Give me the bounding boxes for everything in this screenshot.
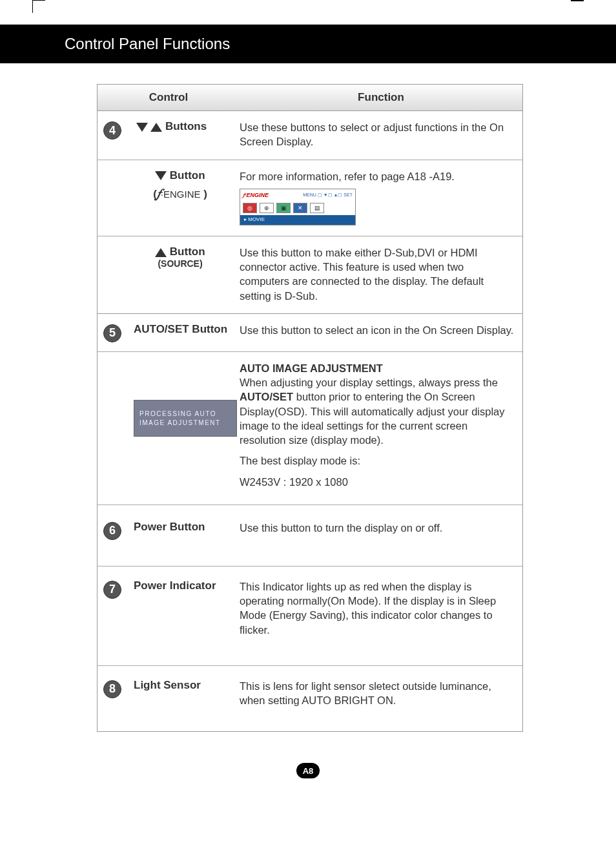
func-4a: Use these buttons to select or adjust fu…	[240, 120, 516, 149]
osd-mini-icon: ▤	[310, 203, 324, 213]
row-4c: Button (SOURCE) Use this button to make …	[98, 236, 522, 314]
ctrl-4b-engine: ENGINE	[163, 189, 201, 200]
best-mode-value: W2453V : 1920 x 1080	[240, 475, 516, 489]
triangle-down-icon	[136, 123, 148, 132]
osd-processing-preview: PROCESSING AUTO IMAGE ADJUSTMENT	[134, 400, 237, 437]
osd-mini-icon: ✕	[293, 203, 307, 213]
triangle-up-icon	[155, 248, 167, 257]
best-mode-label: The best display mode is:	[240, 453, 516, 468]
auto-adjust-title: AUTO IMAGE ADJUSTMENT	[240, 361, 516, 375]
fengine-osd-menu: MENU ▢ ▼▢ ▲▢ SET	[303, 192, 353, 198]
ctrl-6-label: Power Button	[134, 521, 205, 533]
page-title: Control Panel Functions	[0, 25, 616, 63]
osd-mini-icon: ▣	[276, 203, 291, 213]
row-8: 8 Light Sensor This is lens for light se…	[98, 666, 522, 731]
func-4c: Use this button to make either D-Sub,DVI…	[240, 245, 516, 303]
auto-adjust-text: When adjusting your display settings, al…	[240, 375, 516, 447]
fengine-osd-preview: 𝑓·ENGINE MENU ▢ ▼▢ ▲▢ SET ◎ ⊕ ▣ ✕ ▤ MOVI…	[240, 189, 356, 225]
osd-mini-icon: ⊕	[260, 203, 274, 213]
func-7: This Indicator lights up as red when the…	[240, 579, 516, 637]
func-4b: For more information, refer to page A18 …	[240, 169, 516, 183]
triangle-up-icon	[150, 123, 162, 132]
badge-4: 4	[103, 121, 121, 140]
functions-table: Control Function 4 Buttons Use these but…	[97, 84, 523, 732]
func-8: This is lens for light sensor sletect ou…	[240, 679, 516, 708]
ctrl-4b-label: Button	[170, 169, 205, 182]
func-5: Use this button to select an icon in the…	[240, 323, 516, 342]
badge-6: 6	[103, 522, 121, 540]
badge-7: 7	[103, 581, 121, 599]
ctrl-4b-sub-suffix: )	[200, 188, 207, 200]
func-6: Use this button to turn the display on o…	[240, 521, 516, 540]
row-6: 6 Power Button Use this button to turn t…	[98, 505, 522, 567]
ctrl-4c-sub: (SOURCE)	[127, 258, 233, 269]
ctrl-5-label: AUTO/SET Button	[134, 323, 233, 336]
osd-line2: IMAGE ADJUSTMENT	[139, 419, 231, 426]
table-header: Control Function	[98, 85, 522, 111]
row-4b: Button (𝑓·ENGINE ) For more information,…	[98, 160, 522, 236]
page-number: A8	[296, 763, 320, 778]
header-control: Control	[98, 85, 240, 110]
fengine-osd-movie: MOVIE	[240, 215, 355, 225]
osd-line1: PROCESSING AUTO	[139, 410, 231, 417]
fengine-osd-label: 𝑓·ENGINE	[243, 191, 269, 199]
ctrl-8-label: Light Sensor	[134, 679, 201, 691]
row-7: 7 Power Indicator This Indicator lights …	[98, 567, 522, 666]
osd-mini-icon: ◎	[243, 203, 257, 213]
badge-8: 8	[103, 680, 121, 698]
triangle-down-icon	[155, 171, 167, 180]
badge-5: 5	[103, 324, 121, 342]
ctrl-4a-label: Buttons	[165, 120, 207, 132]
ctrl-4c-label: Button	[170, 245, 205, 258]
header-function: Function	[240, 85, 522, 110]
row-4a: 4 Buttons Use these buttons to select or…	[98, 111, 522, 160]
ctrl-7-label: Power Indicator	[134, 579, 216, 592]
